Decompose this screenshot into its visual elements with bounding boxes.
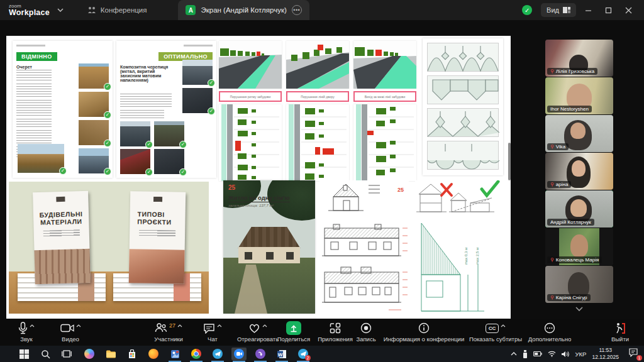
chevron-up-icon[interactable] [76,324,81,327]
close-button[interactable] [625,7,636,14]
task-view-button[interactable] [59,348,74,360]
file-explorer-icon[interactable] [103,348,118,360]
participant-tile-active-speaker[interactable]: Андрій Котлярчук [545,190,613,228]
folder-icon [106,349,116,358]
metal-roof-photo: ✓ [182,88,213,113]
word-icon[interactable]: W [274,348,289,360]
project-number: 25 [228,184,290,191]
windows-icon [19,349,29,359]
minimize-button[interactable] [585,7,596,14]
height-limit-label: max 2,5 м [475,248,479,265]
notification-center-button[interactable]: 1 [628,348,640,359]
participant-name: Андрій Котлярчук [550,219,591,225]
participant-tile[interactable]: ⚲Лілія Гризовська [545,40,613,77]
camera-icon [60,324,74,332]
tab-screen-share[interactable]: A Экран (Андрій Котлярчук) ••• [178,0,309,20]
more-button[interactable]: Дополнительно [519,321,580,343]
book-cover-photo [35,249,91,284]
tray-expand-icon[interactable] [511,352,517,356]
meeting-info-label: Информация о конференции [384,336,465,343]
check-icon: ✓ [59,167,67,175]
participant-name: Ihor Nestoryshen [550,106,589,112]
store-bag-icon [128,349,136,359]
site-plan [219,104,282,181]
participant-tile[interactable]: ⚲аріна [545,153,613,190]
record-button[interactable]: Запись [350,321,382,343]
view-button[interactable]: Вид [541,3,576,17]
leave-label: Выйти [611,336,629,343]
start-button[interactable] [16,348,31,360]
wifi-icon[interactable] [548,351,556,357]
share-button[interactable]: Поделиться [270,321,317,343]
tray-time: 11:53 [592,347,619,354]
height-limit-label: max 0,3 м [464,248,468,265]
zoom-app-icon[interactable] [231,348,247,360]
participant-tile[interactable]: ⚲Каріна Снігур [545,266,613,303]
chevron-up-icon[interactable] [501,324,506,327]
apps-icon [330,322,341,334]
participants-icon [155,322,167,334]
roofing-document-spread: ВІДМІННО Очерет ✓ ✓ ✓ ✓ ✓ ОПТИМАЛЬНО [13,41,216,178]
microsoft-store-icon[interactable] [125,348,140,360]
audio-label: Звук [20,336,32,343]
chevron-up-icon[interactable] [30,324,35,327]
page-caption-placeholder [16,45,45,47]
participant-tile[interactable]: Ihor Nestoryshen [545,77,613,114]
check-icon: ✓ [104,168,111,175]
participant-tile[interactable]: ⚲Коновалець Марія [545,228,613,265]
speaker-icon[interactable] [562,351,570,358]
clock[interactable]: 11:53 12.12.2025 [592,347,619,360]
photos-icon[interactable] [167,348,182,360]
usb-device-icon[interactable] [523,350,528,358]
info-icon [418,322,430,334]
publisher-mark [56,197,65,202]
meeting-info-button[interactable]: Информация о конференции [381,321,467,343]
height-envelope-diagram [415,221,503,315]
street-3d-view [219,41,282,89]
house-wall [238,247,300,263]
telegram-badge-icon[interactable]: 2 [296,348,311,360]
chevron-down-icon[interactable] [57,8,64,12]
chat-button[interactable]: Чат [196,321,229,343]
scroll-participants-down[interactable] [545,307,613,312]
heart-icon [248,323,260,334]
body-text-placeholder [120,94,172,123]
firefox-icon[interactable] [146,348,161,360]
window [245,252,252,260]
elevation-drawings: 25 [319,180,409,316]
chrome-icon[interactable] [189,348,204,360]
metal-roof-photo: ✓ [154,121,184,146]
battery-icon[interactable] [533,351,542,357]
rating-badge-excellent: ВІДМІННО [16,52,57,61]
violation-panel-1: Порушення ритму забудови [219,41,282,181]
video-button[interactable]: Видео [50,321,91,343]
book-subtitle-placeholder [139,230,175,237]
muted-mic-icon: ⚲ [550,295,554,300]
check-icon: ✓ [145,141,153,148]
language-indicator[interactable]: УКР [575,351,587,358]
check-icon: ✓ [208,79,215,87]
viber-icon[interactable] [253,348,268,360]
leave-button[interactable]: Выйти [602,321,638,343]
tab-options-icon[interactable]: ••• [292,5,302,15]
more-icon [544,322,555,334]
security-shield-icon[interactable]: ✓ [522,5,532,15]
telegram-icon[interactable] [210,348,225,360]
shared-screen: ВІДМІННО Очерет ✓ ✓ ✓ ✓ ✓ ОПТИМАЛЬНО [6,36,511,319]
ornament-pattern-2 [427,75,499,104]
muted-mic-icon: ⚲ [550,69,554,74]
chevron-up-icon[interactable] [262,324,267,327]
participants-button[interactable]: 27 Участники [143,321,194,343]
tab-conference[interactable]: Конференция [87,6,147,14]
participant-tile[interactable]: ⚲Vika [545,115,613,152]
chevron-up-icon[interactable] [177,324,182,327]
chevron-up-icon[interactable] [217,324,222,327]
copilot-icon[interactable] [82,348,97,360]
captions-button[interactable]: CC Показать субтитры [463,321,528,343]
restore-button[interactable] [605,7,616,14]
material-heading: Композитна черепиця (метал, вкритий захи… [120,65,174,82]
scrollbar-thumb[interactable] [508,143,511,180]
audio-button[interactable]: Звук [6,321,47,343]
metal-roof-photo: ✓ [120,149,150,174]
search-button[interactable] [38,348,53,360]
